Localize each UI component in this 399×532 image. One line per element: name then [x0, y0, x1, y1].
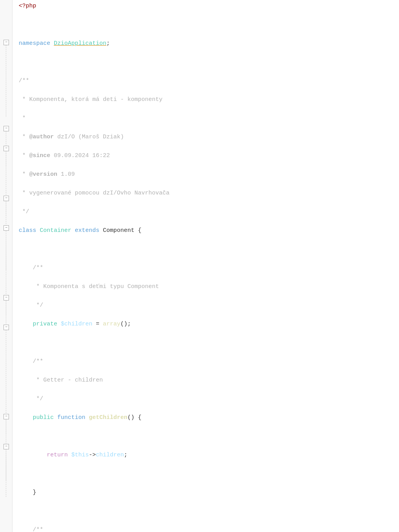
fold-line-40 — [6, 419, 6, 434]
fold-line-20 — [6, 201, 6, 216]
fold-line-43 — [6, 449, 6, 481]
line-2 — [12, 20, 399, 30]
code-editor: − − − − − − − − − <?php namespace DzioAp… — [0, 0, 399, 532]
line-12: */ — [12, 207, 399, 217]
code-content: <?php namespace DzioApplication; /** * K… — [12, 0, 399, 532]
line-4 — [12, 58, 399, 67]
line-7: * — [12, 114, 399, 123]
line-3: namespace DzioApplication; — [12, 39, 399, 48]
line-13: class Container extends Component { — [12, 226, 399, 235]
line-1: <?php — [12, 2, 399, 11]
fold-marker-40[interactable]: − — [4, 414, 9, 419]
line-22: */ — [12, 394, 399, 404]
fold-marker-13[interactable]: − — [4, 126, 9, 131]
fold-marker-5[interactable]: − — [4, 40, 9, 45]
fold-marker-23[interactable]: − — [4, 225, 9, 231]
line-5: /** — [12, 76, 399, 86]
line-21: * Getter - children — [12, 376, 399, 385]
line-10: * @version 1.09 — [12, 170, 399, 179]
fold-marker-20[interactable]: − — [4, 196, 9, 201]
fold-line-15 — [6, 151, 6, 166]
line-26 — [12, 469, 399, 479]
line-27: } — [12, 488, 399, 497]
fold-marker-43[interactable]: − — [4, 444, 9, 449]
fold-line-29 — [6, 300, 6, 315]
fold-line-5 — [6, 45, 6, 117]
line-18: private $children = array(); — [12, 320, 399, 329]
line-24 — [12, 432, 399, 441]
line-23: public function getChildren() { — [12, 413, 399, 422]
fold-line-32 — [6, 330, 6, 390]
line-25: return $this->children; — [12, 451, 399, 460]
line-29: /** — [12, 525, 399, 532]
line-11: * vygenerované pomocou dzI/Ovho Navrhova… — [12, 189, 399, 198]
line-16: * Komponenta s deťmi typu Component — [12, 282, 399, 292]
fold-marker-29[interactable]: − — [4, 295, 9, 300]
line-6: * Komponenta, ktorá má deti - komponenty — [12, 95, 399, 104]
fold-marker-15[interactable]: − — [4, 146, 9, 151]
fold-marker-32[interactable]: − — [4, 325, 9, 330]
fold-line-23 — [6, 231, 6, 270]
line-15: /** — [12, 263, 399, 273]
line-28 — [12, 507, 399, 516]
line-9: * @since 09.09.2024 16:22 — [12, 151, 399, 161]
line-17: */ — [12, 301, 399, 310]
line-19 — [12, 338, 399, 348]
gutter: − − − − − − − − − — [0, 0, 12, 532]
line-8: * @author dzI/O (Maroš Dziak) — [12, 133, 399, 142]
line-20: /** — [12, 357, 399, 366]
line-14 — [12, 245, 399, 254]
